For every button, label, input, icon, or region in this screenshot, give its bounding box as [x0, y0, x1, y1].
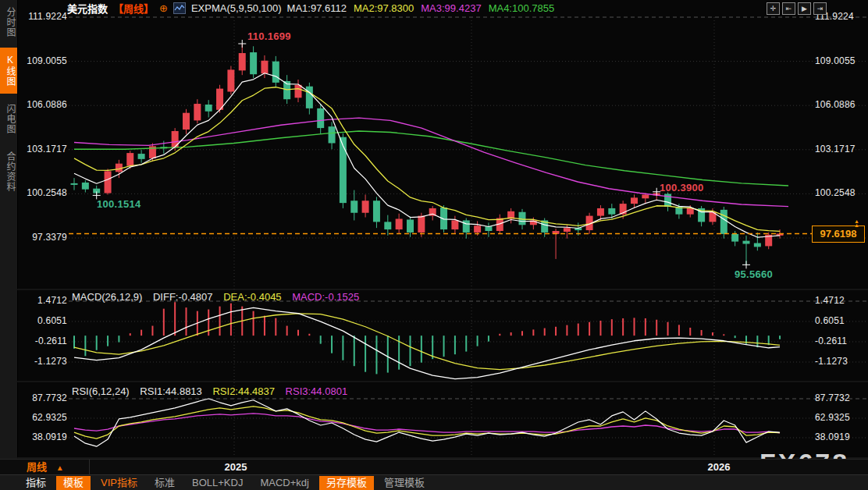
ma-label-3: MA3:99.4237: [421, 2, 481, 14]
macd-axis-label: -0.2611: [815, 336, 868, 346]
window-toolbar: ✛⇤▶⇥: [767, 2, 827, 15]
rsi1-label: RSI1:44.8813: [140, 385, 202, 397]
y-axis-label: 100.2548: [815, 187, 868, 198]
indicator-label: EXPMA(5,9,50,100): [191, 2, 282, 14]
bottom-tab-4[interactable]: 标准: [148, 476, 182, 490]
candles-layer: [71, 44, 784, 265]
period-selector[interactable]: 周线 ▲: [17, 460, 90, 475]
bottom-tab-7[interactable]: 另存模板: [319, 476, 374, 490]
bottom-tab-6[interactable]: MACD+kdj: [253, 476, 316, 490]
macd-macd-label: MACD:-0.1525: [292, 291, 359, 303]
period-label: 周线: [27, 461, 47, 473]
rsi-title: RSI(6,12,24): [72, 385, 130, 397]
chart-canvas[interactable]: [0, 0, 868, 490]
y-axis-label: 106.0886: [815, 99, 868, 110]
rsi-axis-label: 62.9325: [815, 412, 868, 423]
annotation-swing-low: 95.5660: [735, 268, 773, 280]
bottom-tab-8[interactable]: 管理模板: [377, 476, 432, 490]
macd-axis-label: 1.4712: [815, 295, 868, 306]
macd-axis-label: -0.2611: [0, 336, 67, 346]
y-axis-label: 109.0055: [0, 55, 67, 66]
scale-axis-left-icon[interactable]: ⇤: [782, 2, 795, 15]
pan-crosshair-icon[interactable]: ✛: [767, 2, 780, 15]
rsi3-label: RSI3:44.0801: [286, 385, 348, 397]
ma-label-1: MA1:97.6112: [287, 2, 347, 14]
ma-value-labels: MA1:97.6112MA2:97.8300MA3:99.4237MA4:100…: [287, 2, 562, 14]
y-axis-label: 103.1717: [0, 144, 67, 154]
y-axis-label: 100.2548: [0, 187, 67, 198]
expand-icon[interactable]: ⊕: [159, 2, 168, 14]
macd-axis-label: -1.1273: [0, 356, 67, 367]
y-axis-label: 106.0886: [0, 99, 67, 110]
y-axis-label: 109.0055: [815, 55, 868, 66]
shift-right-icon[interactable]: ⇥: [813, 2, 827, 15]
rsi-axis-label: 87.7732: [0, 392, 67, 403]
play-forward-icon[interactable]: ▶: [798, 2, 811, 15]
trading-terminal: 分时图K线图闪电图合约资料 美元指数 【周线】 ⊕ EXPMA(5,9,50,1…: [0, 0, 868, 490]
macd-layer: [74, 302, 780, 378]
annotation-low: 100.1514: [97, 198, 141, 210]
x-axis-year-label: 2025: [205, 461, 267, 473]
chevron-up-icon: ▲: [56, 463, 64, 472]
rsi-axis-label: 87.7732: [815, 392, 868, 403]
rsi-axis-label: 38.0919: [0, 431, 67, 442]
macd-dea-label: DEA:-0.4045: [223, 291, 281, 303]
macd-title: MACD(26,12,9): [72, 291, 142, 303]
rsi-axis-label: 62.9325: [0, 412, 67, 423]
price-alert-arrows-icon: ▲▲: [854, 219, 859, 227]
rsi-axis-label: 38.0919: [815, 431, 868, 442]
instrument-title: 美元指数: [67, 1, 108, 16]
y-axis-label: 111.9224: [0, 11, 67, 22]
ma-label-2: MA2:97.8300: [354, 2, 414, 14]
chart-header: 美元指数 【周线】 ⊕ EXPMA(5,9,50,100) MA1:97.611…: [67, 2, 561, 15]
rsi-header: RSI(6,12,24) RSI1:44.8813 RSI2:44.4837 R…: [72, 385, 355, 397]
y-axis-label: 103.1717: [815, 144, 868, 154]
macd-axis-label: 0.6051: [815, 315, 868, 326]
indicator-tab-bar: 指标模板VIP指标标准BOLL+KDJMACD+kdj另存模板管理模板: [0, 474, 868, 490]
bottom-tab-5[interactable]: BOLL+KDJ: [185, 476, 250, 490]
bottom-tab-1[interactable]: 指标: [19, 476, 53, 490]
macd-axis-label: 0.6051: [0, 315, 67, 326]
macd-axis-label: 1.4712: [0, 295, 67, 306]
macd-diff-label: DIFF:-0.4807: [153, 291, 213, 303]
indicator-icon: [173, 2, 186, 14]
rsi-layer: [74, 399, 780, 446]
bottom-tab-2[interactable]: 模板: [56, 476, 91, 490]
rsi2-label: RSI2:44.4837: [212, 385, 275, 397]
bottom-tab-3[interactable]: VIP指标: [94, 476, 144, 490]
last-price-tag: 97.6198: [812, 225, 865, 243]
y-axis-label: 97.3379: [0, 232, 67, 243]
macd-header: MACD(26,12,9) DIFF:-0.4807 DEA:-0.4045 M…: [72, 291, 367, 303]
annotation-high: 110.1699: [247, 30, 291, 42]
annotation-swing-high: 100.3900: [660, 182, 704, 194]
ma-label-4: MA4:100.7855: [489, 2, 555, 14]
macd-axis-label: -1.1273: [815, 356, 868, 367]
x-axis-year-label: 2026: [688, 461, 750, 473]
time-axis-row: 周线 ▲ 20252026: [0, 459, 868, 475]
period-tag: 【周线】: [113, 1, 154, 16]
